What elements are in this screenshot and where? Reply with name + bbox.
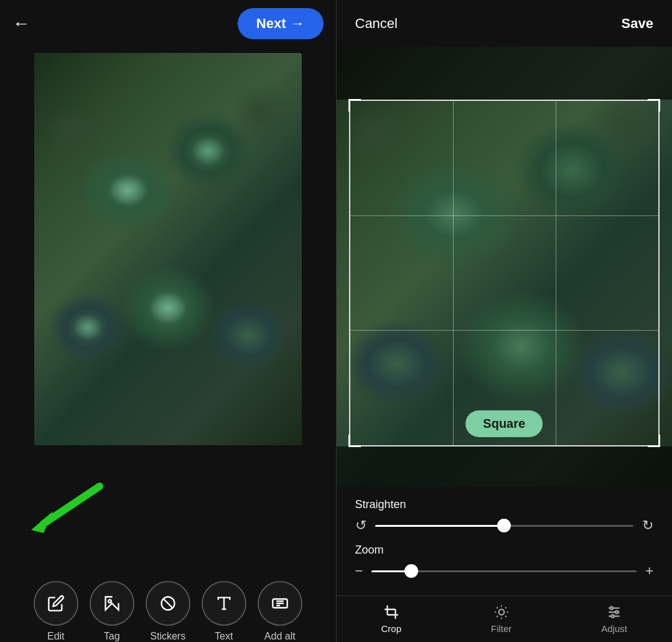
straighten-label: Straighten (355, 498, 654, 511)
crop-overlay-top (337, 47, 673, 100)
bottom-nav: Crop Filter Adjust (337, 595, 673, 642)
tool-edit[interactable]: Edit (34, 581, 78, 642)
right-panel: Cancel Save Square Straighten ↺ ↻ (337, 0, 673, 642)
add-alt-icon (258, 581, 302, 626)
succulent-photo (34, 53, 302, 445)
right-header: Cancel Save (337, 0, 673, 47)
controls-area: Straighten ↺ ↻ Zoom − + (337, 487, 673, 595)
tool-text[interactable]: Text (202, 581, 246, 642)
crop-corner-tr (648, 99, 660, 111)
green-arrow-icon (25, 477, 106, 533)
adjust-icon (606, 604, 622, 620)
crop-icon (383, 604, 399, 620)
crop-corner-br (648, 435, 660, 447)
save-button[interactable]: Save (622, 16, 653, 32)
crop-corner-bl (348, 435, 361, 447)
back-button[interactable]: ← (12, 14, 30, 34)
square-badge[interactable]: Square (465, 410, 543, 437)
text-label: Text (215, 631, 233, 642)
toolbar: Edit Tag Stickers Text Add alt (0, 569, 336, 642)
crop-box[interactable] (349, 100, 660, 446)
zoom-slider-track[interactable] (371, 570, 637, 572)
edit-icon (34, 581, 78, 626)
rotate-ccw-icon[interactable]: ↺ (355, 517, 366, 534)
add-alt-label: Add alt (264, 631, 296, 642)
zoom-out-icon[interactable]: − (355, 563, 363, 579)
left-image (34, 53, 302, 445)
left-panel: ← Next → Edit Tag (0, 0, 336, 642)
tag-label: Tag (104, 631, 120, 642)
tag-icon (90, 581, 134, 626)
filter-nav-label: Filter (491, 623, 511, 634)
svg-point-3 (108, 600, 111, 603)
rotate-cw-icon[interactable]: ↻ (642, 517, 653, 534)
tool-tag[interactable]: Tag (90, 581, 134, 642)
svg-line-1 (44, 486, 100, 524)
edit-label: Edit (47, 631, 65, 642)
stickers-icon (146, 581, 190, 626)
stickers-label: Stickers (150, 631, 185, 642)
zoom-label: Zoom (355, 544, 654, 557)
zoom-in-icon[interactable]: + (645, 563, 653, 579)
svg-point-15 (610, 607, 613, 609)
svg-point-16 (615, 611, 618, 613)
straighten-slider-track[interactable] (375, 525, 634, 527)
next-arrow-icon: → (291, 16, 305, 32)
svg-point-11 (498, 610, 504, 615)
zoom-slider-thumb[interactable] (404, 564, 418, 578)
straighten-control: Straighten ↺ ↻ (355, 498, 654, 534)
crop-nav-label: Crop (381, 623, 401, 634)
next-button[interactable]: Next → (238, 8, 324, 39)
tool-stickers[interactable]: Stickers (146, 581, 190, 642)
nav-crop[interactable]: Crop (381, 604, 401, 634)
text-icon (202, 581, 246, 626)
nav-filter[interactable]: Filter (491, 604, 511, 634)
left-header: ← Next → (0, 0, 336, 47)
filter-icon (493, 604, 510, 620)
cancel-button[interactable]: Cancel (355, 16, 398, 32)
adjust-nav-label: Adjust (601, 623, 627, 634)
straighten-slider-fill (375, 525, 505, 527)
next-label: Next (256, 16, 286, 32)
straighten-slider-row: ↺ ↻ (355, 517, 654, 534)
svg-rect-10 (387, 610, 395, 615)
straighten-slider-thumb[interactable] (497, 519, 511, 532)
crop-overlay-bottom (337, 446, 673, 487)
zoom-slider-row: − + (355, 563, 654, 579)
zoom-control: Zoom − + (355, 544, 654, 579)
svg-point-17 (612, 615, 614, 617)
crop-corner-tl (348, 99, 361, 111)
tool-add-alt[interactable]: Add alt (258, 581, 302, 642)
nav-adjust[interactable]: Adjust (601, 604, 627, 634)
crop-image-area[interactable]: Square (337, 47, 673, 487)
